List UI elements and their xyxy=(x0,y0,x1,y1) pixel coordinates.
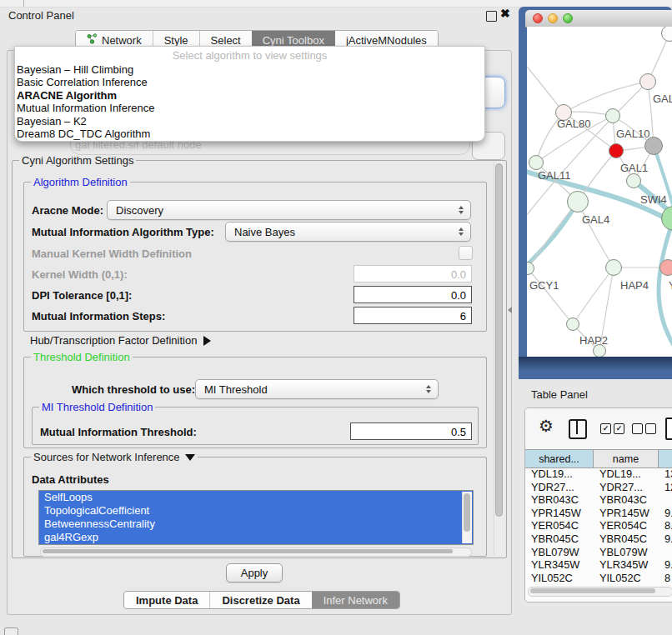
attributes-hscrollbar-thumb[interactable] xyxy=(43,549,453,553)
network-node-hap4[interactable] xyxy=(605,259,622,276)
unchecked-checkbox-icon[interactable] xyxy=(632,423,643,434)
expander-arrow-icon xyxy=(203,336,211,346)
aracne-mode-select[interactable]: Discovery xyxy=(107,200,471,220)
network-node-swi4[interactable] xyxy=(626,173,641,188)
kernel-width-field[interactable]: 0.0 xyxy=(354,265,472,282)
table-cell: YIL052C xyxy=(594,572,659,585)
node-label-gcy1: GCY1 xyxy=(529,279,559,292)
bottom-tab-infer-network[interactable]: Infer Network xyxy=(312,592,399,608)
checked-checkbox-icon[interactable]: ✓ xyxy=(614,423,624,434)
table-row[interactable]: YIL052CYIL052C8 xyxy=(525,572,672,585)
float-window-icon[interactable] xyxy=(486,11,497,22)
table-row[interactable]: YPR145WYPR145W9. xyxy=(525,507,672,520)
panel-splitter-handle[interactable] xyxy=(508,307,512,313)
settings-scrollbar[interactable] xyxy=(494,162,504,555)
network-node-gal4[interactable] xyxy=(567,191,589,212)
node-label-swi4: SWI4 xyxy=(640,193,667,206)
dropdown-placeholder: Select algorithm to view settings xyxy=(15,47,484,63)
network-node-gal[interactable] xyxy=(639,73,656,90)
which-threshold-select[interactable]: MI Threshold xyxy=(195,379,439,399)
algorithm-option-mutual-information-inference[interactable]: Mutual Information Inference xyxy=(15,102,484,114)
table-hscrollbar[interactable] xyxy=(528,587,672,597)
column-header-a[interactable]: A xyxy=(659,450,672,468)
docked-panel-icon[interactable] xyxy=(4,628,18,635)
gear-icon[interactable]: ⚙ xyxy=(539,416,554,436)
node-label-gal: GAL xyxy=(653,92,672,105)
algorithm-option-basic-correlation-inference[interactable]: Basic Correlation Inference xyxy=(15,76,484,88)
combo-stepper-icon xyxy=(426,385,431,393)
table-cell: 9. xyxy=(659,558,672,572)
network-node-hap2[interactable] xyxy=(566,318,579,331)
node-label-hap4: HAP4 xyxy=(620,279,649,292)
algorithm-dropdown-popup: Select algorithm to view settings Bayesi… xyxy=(14,46,485,142)
tab-label: jActiveMNodules xyxy=(346,34,427,47)
hub-definition-expander[interactable]: Hub/Transcription Factor Definition xyxy=(30,334,211,347)
mi-threshold-field[interactable]: 0.5 xyxy=(350,422,472,440)
manual-kernel-checkbox[interactable] xyxy=(459,246,473,260)
data-attributes-list[interactable]: SelfLoopsTopologicalCoefficientBetweenne… xyxy=(38,490,474,545)
attributes-hscrollbar[interactable] xyxy=(40,548,472,557)
network-node-y[interactable] xyxy=(659,259,672,276)
zoom-traffic-light-icon[interactable] xyxy=(563,13,573,23)
network-node[interactable] xyxy=(593,344,606,357)
attribute-item-betweennesscentrality[interactable]: BetweennessCentrality xyxy=(39,518,473,531)
checked-checkbox-icon[interactable]: ✓ xyxy=(600,423,611,434)
dpi-tolerance-label: DPI Tolerance [0,1]: xyxy=(32,289,132,302)
apply-button[interactable]: Apply xyxy=(226,563,283,582)
network-icon xyxy=(87,33,98,47)
mi-type-select[interactable]: Naive Bayes xyxy=(225,222,471,242)
dpi-tolerance-field[interactable]: 0.0 xyxy=(354,286,472,303)
network-window-bottom-shadow xyxy=(519,357,672,379)
close-icon[interactable]: ✖ xyxy=(500,7,510,20)
attribute-item-selfloops[interactable]: SelfLoops xyxy=(39,491,473,504)
table-cell: YER054C xyxy=(525,519,594,532)
network-node-gal1[interactable] xyxy=(609,143,624,158)
attributes-list-scrollbar[interactable] xyxy=(462,492,472,543)
table-panel-title: Table Panel xyxy=(531,388,588,401)
table-row[interactable]: YDR27...YDR27...12 xyxy=(525,481,672,494)
attribute-item-topologicalcoefficient[interactable]: TopologicalCoefficient xyxy=(39,504,473,518)
table-row[interactable]: YLR345WYLR345W9. xyxy=(525,558,672,572)
table-cell: YBR043C xyxy=(525,493,594,507)
network-node-gal11[interactable] xyxy=(529,155,544,170)
table-row[interactable]: YDL19...YDL19...13 xyxy=(525,468,672,481)
algorithm-option-aracne-algorithm[interactable]: ARACNE Algorithm xyxy=(15,89,484,102)
manual-kernel-label: Manual Kernel Width Definition xyxy=(32,248,192,260)
network-node[interactable] xyxy=(644,137,663,155)
table-row[interactable]: YER054CYER054C8. xyxy=(525,519,672,532)
network-window-titlebar[interactable] xyxy=(525,10,672,28)
column-header-shared-[interactable]: shared... xyxy=(525,450,594,468)
table-cell: 8. xyxy=(659,519,672,532)
column-header-name[interactable]: name xyxy=(594,450,659,468)
network-canvas[interactable]: GALGAL80GAL10GAL1GAL11SWI4GAL4GCY1HAP4YH… xyxy=(527,27,672,357)
tab-label: Cyni Toolbox xyxy=(263,34,324,47)
table-row[interactable]: YBR045CYBR045C9. xyxy=(525,532,672,546)
mi-steps-field[interactable]: 6 xyxy=(354,307,472,324)
algorithm-option-bayesian-hill-climbing[interactable]: Bayesian – Hill Climbing xyxy=(15,63,484,76)
table-row[interactable]: YBR043CYBR043C xyxy=(525,493,672,507)
minimize-traffic-light-icon[interactable] xyxy=(548,13,558,23)
settings-scrollbar-thumb[interactable] xyxy=(495,163,503,517)
mi-threshold-label: Mutual Information Threshold: xyxy=(40,426,197,438)
table-row[interactable]: YBL079WYBL079W xyxy=(525,546,672,559)
unchecked-checkbox-icon[interactable] xyxy=(645,423,656,434)
node-label-gal10: GAL10 xyxy=(616,128,649,140)
sources-group-title: Sources for Network Inference xyxy=(31,451,198,463)
split-columns-icon[interactable] xyxy=(569,419,587,439)
aracne-mode-label: Aracne Mode: xyxy=(32,204,103,217)
tab-label: Network xyxy=(102,34,142,47)
control-panel-title: Control Panel xyxy=(8,9,74,22)
close-traffic-light-icon[interactable] xyxy=(533,13,543,23)
algorithm-option-bayesian-k2[interactable]: Bayesian – K2 xyxy=(15,115,484,128)
bottom-tab-discretize-data[interactable]: Discretize Data xyxy=(209,592,311,608)
table-cell: YPR145W xyxy=(525,507,594,520)
file-icon[interactable] xyxy=(665,418,672,440)
aracne-mode-value: Discovery xyxy=(116,204,163,217)
attribute-item-gal4rgexp[interactable]: gal4RGexp xyxy=(39,531,473,544)
attributes-scrollbar-thumb[interactable] xyxy=(464,493,470,532)
table-hscrollbar-thumb[interactable] xyxy=(530,588,655,593)
bottom-tab-impute-data[interactable]: Impute Data xyxy=(124,592,209,608)
algorithm-option-dream8-dc-tdc-algorithm[interactable]: Dream8 DC_TDC Algorithm xyxy=(15,128,484,140)
network-node-gal10[interactable] xyxy=(605,108,620,123)
collapse-arrow-icon[interactable] xyxy=(185,454,195,461)
